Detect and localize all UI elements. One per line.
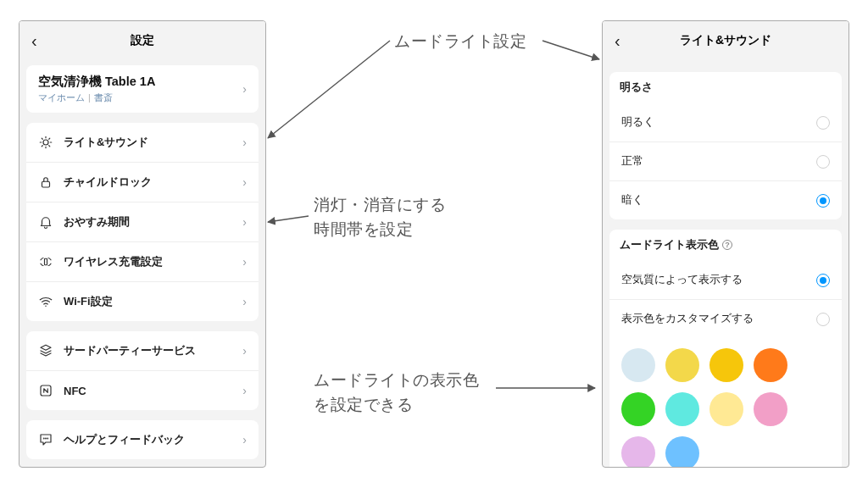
help-icon[interactable]: ? <box>722 240 732 250</box>
svg-point-7 <box>47 438 48 439</box>
radio-icon <box>816 313 830 326</box>
row-label: サードパーティーサービス <box>64 343 232 358</box>
color-swatch[interactable] <box>709 392 743 426</box>
color-swatch[interactable] <box>665 392 699 426</box>
brightness-option-bright[interactable]: 明るく <box>609 103 842 141</box>
nav-title: 設定 <box>131 33 154 48</box>
row-label: ワイヤレス充電設定 <box>64 254 232 269</box>
mood-color-label: ムードライト表示色? <box>609 230 842 261</box>
back-button[interactable]: ‹ <box>615 32 620 49</box>
chevron-right-icon: › <box>242 384 247 397</box>
nav-bar: ‹ ライト&サウンド <box>603 21 849 60</box>
option-label: 明るく <box>621 115 654 130</box>
nfc-icon <box>38 383 53 398</box>
svg-point-6 <box>46 438 47 439</box>
stack-icon <box>38 343 53 358</box>
chevron-right-icon: › <box>242 82 247 96</box>
chevron-right-icon: › <box>242 255 247 269</box>
svg-point-3 <box>45 306 47 308</box>
color-swatches <box>609 338 842 468</box>
chevron-right-icon: › <box>242 295 247 308</box>
row-help-feedback[interactable]: ヘルプとフィードバック › <box>26 420 259 459</box>
color-swatch[interactable] <box>665 436 699 468</box>
radio-icon <box>816 194 830 208</box>
annotation-color-setting: ムードライトの表示色を設定できる <box>314 369 479 417</box>
color-swatch[interactable] <box>754 348 787 382</box>
radio-icon <box>816 116 830 130</box>
row-wireless-charge[interactable]: ワイヤレス充電設定 › <box>26 241 259 281</box>
radio-icon <box>816 274 830 287</box>
color-swatch[interactable] <box>621 392 655 426</box>
svg-point-5 <box>43 438 44 439</box>
mood-option-custom[interactable]: 表示色をカスタマイズする <box>609 299 842 338</box>
light-sound-screen: ‹ ライト&サウンド 明るさ 明るく 正常 暗く ムードライト表示色? <box>602 20 849 468</box>
color-swatch[interactable] <box>621 348 655 382</box>
row-light-sound[interactable]: ライト&サウンド › <box>26 123 259 162</box>
svg-line-9 <box>542 41 599 59</box>
row-child-lock[interactable]: チャイルドロック › <box>26 162 259 202</box>
svg-line-10 <box>268 216 309 222</box>
annotation-sleep-setting: 消灯・消音にする時間帯を設定 <box>314 193 446 241</box>
row-label: Wi-Fi設定 <box>64 294 232 309</box>
chat-icon <box>38 432 53 447</box>
nav-title: ライト&サウンド <box>680 33 771 48</box>
nav-bar: ‹ 設定 <box>19 21 265 60</box>
wifi-icon <box>38 294 53 309</box>
settings-group-services: サードパーティーサービス › NFC › <box>26 331 259 410</box>
device-location: マイホーム|書斎 <box>38 92 155 104</box>
brightness-option-dark[interactable]: 暗く <box>609 180 842 219</box>
svg-rect-1 <box>42 181 50 187</box>
chevron-right-icon: › <box>242 433 247 446</box>
row-label: ヘルプとフィードバック <box>64 432 232 447</box>
mood-color-group: ムードライト表示色? 空気質によって表示する 表示色をカスタマイズする <box>609 230 842 468</box>
device-name: 空気清浄機 Table 1A <box>38 74 155 90</box>
svg-line-8 <box>268 41 390 138</box>
settings-group-help: ヘルプとフィードバック › <box>26 420 259 459</box>
row-third-party[interactable]: サードパーティーサービス › <box>26 331 259 370</box>
chevron-right-icon: › <box>242 344 247 358</box>
row-sleep-period[interactable]: おやすみ期間 › <box>26 202 259 241</box>
brightness-option-normal[interactable]: 正常 <box>609 141 842 180</box>
color-swatch[interactable] <box>709 348 743 382</box>
row-label: ライト&サウンド <box>64 135 232 150</box>
wireless-charge-icon <box>38 254 53 269</box>
settings-screen: ‹ 設定 空気清浄機 Table 1A マイホーム|書斎 › ライト&サウンド … <box>19 20 266 468</box>
color-swatch[interactable] <box>665 348 699 382</box>
svg-rect-2 <box>45 258 47 265</box>
row-label: おやすみ期間 <box>64 214 232 230</box>
radio-icon <box>816 155 830 169</box>
brightness-label: 明るさ <box>609 72 842 103</box>
row-label: NFC <box>64 385 232 397</box>
option-label: 空気質によって表示する <box>621 273 743 287</box>
chevron-right-icon: › <box>242 215 247 229</box>
row-label: チャイルドロック <box>64 175 232 190</box>
light-icon <box>38 135 53 150</box>
option-label: 正常 <box>621 154 643 169</box>
chevron-right-icon: › <box>242 175 247 189</box>
lock-icon <box>38 175 53 190</box>
chevron-right-icon: › <box>242 136 247 149</box>
svg-point-0 <box>43 140 48 145</box>
mood-option-airq[interactable]: 空気質によって表示する <box>609 261 842 299</box>
device-row[interactable]: 空気清浄機 Table 1A マイホーム|書斎 › <box>26 65 259 113</box>
annotation-mood-setting: ムードライト設定 <box>394 30 526 54</box>
bell-icon <box>38 214 53 230</box>
option-label: 暗く <box>621 193 643 208</box>
color-swatch[interactable] <box>754 392 787 426</box>
option-label: 表示色をカスタマイズする <box>621 312 754 326</box>
brightness-group: 明るさ 明るく 正常 暗く <box>609 72 842 219</box>
color-swatch[interactable] <box>621 436 655 468</box>
row-nfc[interactable]: NFC › <box>26 370 259 410</box>
settings-group-device: ライト&サウンド › チャイルドロック › おやすみ期間 › <box>26 123 259 321</box>
row-wifi[interactable]: Wi-Fi設定 › <box>26 281 259 321</box>
back-button[interactable]: ‹ <box>31 32 37 49</box>
